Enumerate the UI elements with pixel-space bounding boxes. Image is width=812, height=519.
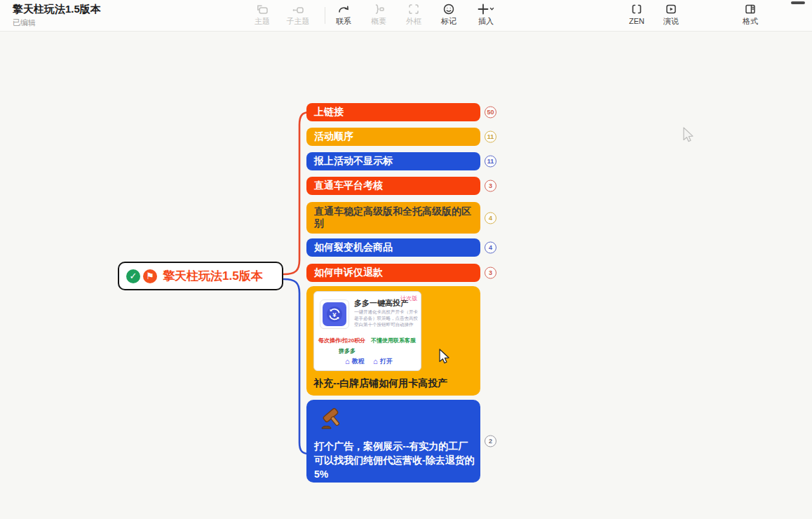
subtopic-icon: [291, 2, 305, 16]
count-badge[interactable]: 2: [485, 436, 496, 447]
document-title: 擎天柱玩法1.5版本: [13, 3, 101, 16]
house-icon: ⌂: [373, 358, 378, 365]
count-badge[interactable]: 4: [485, 212, 496, 224]
summary-icon: [372, 2, 386, 16]
play-presentation-icon: [664, 2, 678, 16]
insert-plus-icon: [477, 2, 495, 16]
toolbar-button-present[interactable]: 演说: [654, 2, 688, 30]
branch-topic[interactable]: 报上活动不显示标 11: [306, 152, 480, 170]
toolbar-label: 子主题: [287, 17, 310, 25]
app-button-label: 教程: [352, 357, 365, 366]
check-circle-icon[interactable]: ✓: [126, 269, 140, 283]
house-icon: ⌂: [345, 358, 350, 365]
branch-label: 如何申诉仅退款: [314, 267, 383, 279]
toolbar-button-format[interactable]: 格式: [733, 2, 767, 30]
toolbar-button-zen[interactable]: ZEN: [620, 2, 654, 30]
window-notch: [791, 1, 805, 4]
titlebar: 擎天柱玩法1.5版本 已编辑 主题 子主题 联系 概要: [0, 0, 812, 32]
app-card-help-note: 不懂使用联系客服: [371, 337, 416, 344]
branch-label: 直通车稳定高级版和全托高级版的区别: [314, 205, 473, 229]
branch-topic[interactable]: 如何裂变机会商品 4: [306, 238, 480, 257]
ad-branch-text: 打个广告，案例展示--有实力的工厂可以找我们纯佣代运营收-除去退货的5%: [314, 439, 475, 481]
app-button-label: 打开: [380, 357, 393, 366]
toolbar-label: 演说: [663, 17, 679, 25]
app-icon-frame: ¥: [320, 299, 349, 329]
boundary-icon: [407, 2, 421, 16]
toolbar-label: 外框: [406, 17, 421, 25]
branch-label: 直通车平台考核: [314, 180, 383, 192]
branch-topic[interactable]: 直通车稳定高级版和全托高级版的区别 4: [306, 202, 480, 234]
toolbar-button-insert[interactable]: 插入: [469, 2, 503, 30]
branch-topic[interactable]: 如何申诉仅退款 3: [306, 264, 480, 282]
zen-brackets-icon: [630, 2, 644, 16]
app-card-description: 一键开通化卡高投产开卡（开卡老手必备）双策略，点击去高投空白第十个按钮即可自动操…: [354, 309, 419, 328]
theme-icon: [255, 2, 269, 16]
marker-smiley-icon: [442, 2, 456, 16]
flag-circle-icon[interactable]: ⚑: [143, 269, 157, 283]
svg-text:¥: ¥: [332, 311, 337, 318]
toolbar-button-theme[interactable]: 主题: [245, 2, 279, 30]
app-card-price-note: 每次操作/扣20积分: [318, 337, 365, 344]
image-branch-topic[interactable]: ¥ 多多一键高投产 计次版 一键开通化卡高投产开卡（开卡老手必备）双策略，点击去…: [306, 286, 480, 396]
embedded-app-card: ¥ 多多一键高投产 计次版 一键开通化卡高投产开卡（开卡老手必备）双策略，点击去…: [313, 291, 421, 371]
toolbar-label: 概要: [371, 17, 386, 25]
toolbar-divider: [325, 7, 325, 24]
count-badge[interactable]: 3: [485, 267, 496, 279]
app-tutorial-button[interactable]: ⌂ 教程: [345, 357, 365, 366]
ad-branch-topic[interactable]: 打个广告，案例展示--有实力的工厂可以找我们纯佣代运营收-除去退货的5% 2: [306, 400, 480, 483]
toolbar-button-boundary[interactable]: 外框: [397, 2, 431, 30]
toolbar-button-subtopic[interactable]: 子主题: [281, 2, 315, 30]
toolbar-label: 格式: [743, 17, 758, 25]
branch-label: 如何裂变机会商品: [314, 241, 393, 254]
document-info: 擎天柱玩法1.5版本 已编辑: [13, 3, 101, 28]
relationship-icon: [337, 2, 351, 16]
gavel-icon: [318, 406, 346, 436]
app-card-platform: 拼多多: [339, 347, 356, 355]
root-topic[interactable]: ✓ ⚑ 擎天柱玩法1.5版本: [118, 262, 283, 290]
mindmap-canvas[interactable]: ✓ ⚑ 擎天柱玩法1.5版本 上链接 50 活动顺序 11 报上活动不显示标 1…: [0, 32, 812, 519]
branch-label: 活动顺序: [314, 130, 353, 143]
branch-topic[interactable]: 直通车平台考核 3: [306, 177, 480, 195]
count-badge[interactable]: 11: [485, 131, 496, 143]
branch-topic[interactable]: 上链接 50: [306, 103, 480, 121]
toolbar-label: 联系: [336, 17, 351, 25]
app-card-tag: 计次版: [400, 295, 417, 302]
branch-topic[interactable]: 活动顺序 11: [306, 128, 480, 146]
toolbar-button-summary[interactable]: 概要: [362, 2, 395, 30]
app-yuan-refresh-icon: ¥: [323, 302, 346, 326]
toolbar-label: 插入: [478, 17, 494, 25]
count-badge[interactable]: 11: [485, 156, 496, 168]
app-open-button[interactable]: ⌂ 打开: [373, 357, 393, 366]
root-topic-label: 擎天柱玩法1.5版本: [163, 268, 263, 284]
ghost-cursor: [682, 127, 695, 148]
image-branch-caption: 补充--白牌店铺如何用卡高投产: [313, 377, 447, 390]
branch-label: 上链接: [314, 106, 344, 119]
document-status: 已编辑: [13, 18, 101, 28]
toolbar-label: 标记: [441, 17, 456, 25]
format-panel-icon: [743, 2, 757, 16]
branch-label: 报上活动不显示标: [314, 155, 393, 168]
toolbar-label: ZEN: [629, 17, 644, 25]
toolbar-label: 主题: [255, 17, 270, 25]
count-badge[interactable]: 3: [485, 180, 496, 192]
toolbar-button-relationship[interactable]: 联系: [327, 2, 360, 30]
toolbar-button-marker[interactable]: 标记: [432, 2, 466, 30]
count-badge[interactable]: 4: [485, 242, 496, 254]
count-badge[interactable]: 50: [485, 107, 496, 119]
